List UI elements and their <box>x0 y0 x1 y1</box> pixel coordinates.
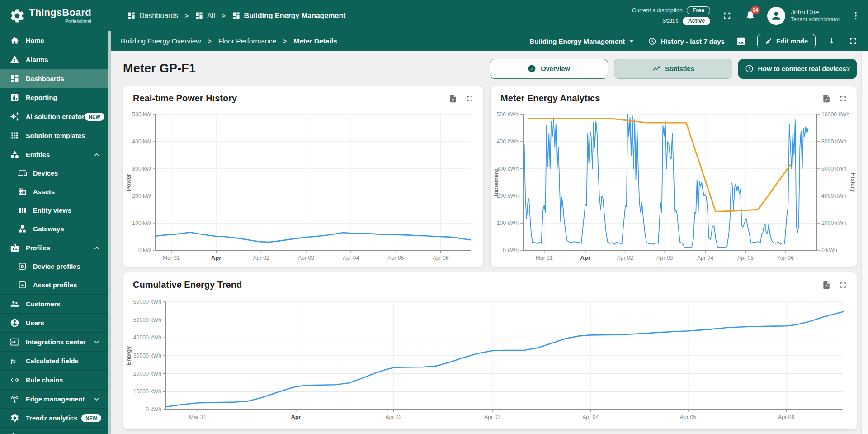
sidebar-item-calculated-fields[interactable]: fxCalculated fields <box>0 351 108 370</box>
brand-logo[interactable]: ThingsBoard Professional <box>0 0 111 31</box>
sidebar: ThingsBoard Professional HomeAlarmsDashb… <box>0 0 111 434</box>
expand-toolbar-icon[interactable] <box>848 36 858 46</box>
svg-text:A: A <box>21 283 24 287</box>
edit-mode-button[interactable]: Edit mode <box>757 34 816 48</box>
sidebar-item-devices[interactable]: Devices <box>0 164 108 182</box>
sidebar-item-users[interactable]: Users <box>0 313 108 332</box>
export-widget-icon[interactable] <box>448 94 458 103</box>
x-axis-tick-label: Apr 02 <box>385 414 401 420</box>
x-axis-tick-label: Apr 06 <box>778 414 794 420</box>
power-history-widget: Real-time Power History 500 kW400 kW300 … <box>123 86 483 267</box>
subscription-badge[interactable]: Free <box>687 6 710 14</box>
dashboard-breadcrumb-item[interactable]: Meter Details <box>293 37 337 45</box>
y-axis-tick-label: 400 kWh <box>496 138 519 145</box>
connect-devices-help-label: How to connect real devices? <box>758 65 850 72</box>
status-badge: Active <box>683 17 711 25</box>
apps-icon <box>10 131 19 140</box>
dashboard-breadcrumb-item[interactable]: Floor Performance <box>218 37 276 45</box>
sidebar-item-edge-management[interactable]: Edge management <box>0 389 108 408</box>
alarms-icon <box>10 55 19 64</box>
sidebar-item-solution-templates[interactable]: Solution templates <box>0 126 108 145</box>
dashboard-icon <box>127 11 136 20</box>
sidebar-item-label: Customers <box>26 300 61 308</box>
sidebar-item-entity-views[interactable]: Entity views <box>0 201 108 219</box>
sidebar-item-label: Integrations center <box>26 339 85 346</box>
export-widget-icon[interactable] <box>822 94 831 103</box>
sidebar-item-device-profiles[interactable]: DDevice profiles <box>0 257 108 276</box>
dashboard-breadcrumb-item[interactable]: Building Energy Overview <box>121 37 201 45</box>
y-axis-title: Power <box>126 174 132 191</box>
top-header: Dashboards>All>Building Energy Managemen… <box>111 0 868 31</box>
x-axis-tick-label: Apr <box>580 254 590 261</box>
overview-button[interactable]: Overview <box>490 59 608 79</box>
sidebar-item-home[interactable]: Home <box>0 31 108 50</box>
y-axis-tick-label: 100 kWh <box>496 220 519 226</box>
avatar[interactable] <box>767 7 785 25</box>
rule-chains-icon <box>10 375 19 385</box>
sidebar-item-customers[interactable]: Customers <box>0 294 108 313</box>
y-axis-tick-label: 500 kWh <box>496 111 519 118</box>
notifications-count-badge: 24 <box>751 6 760 14</box>
content-scrollbar[interactable] <box>861 51 868 434</box>
sidebar-item-integrations-center[interactable]: Integrations center <box>0 332 108 351</box>
x-axis-tick-label: Apr 02 <box>617 255 633 261</box>
chart-svg: 500 kWh10000 kWh400 kWh8000 kWh300 kWh60… <box>491 109 857 267</box>
fullscreen-icon[interactable] <box>722 10 732 21</box>
fx-icon: fx <box>10 356 19 366</box>
kebab-menu-icon[interactable] <box>851 11 861 21</box>
header-breadcrumb-item[interactable]: Building Energy Management <box>232 11 346 20</box>
time-window-button[interactable]: History - last 7 days <box>648 37 725 46</box>
expand-widget-icon[interactable] <box>839 94 848 103</box>
header-breadcrumb-item[interactable]: Dashboards <box>127 11 178 20</box>
y-axis-tick-label: 10000 kWh <box>133 388 161 395</box>
sidebar-item-rule-chains[interactable]: Rule chains <box>0 370 108 389</box>
breadcrumb-separator: > <box>184 12 189 19</box>
x-axis-tick-label: Apr 02 <box>253 255 269 261</box>
dashboard-state-value: Building Energy Management <box>529 38 625 45</box>
sidebar-item-dashboards[interactable]: Dashboards <box>0 69 108 88</box>
notifications-button[interactable]: 24 <box>745 10 755 22</box>
expand-widget-icon[interactable] <box>465 94 474 103</box>
x-axis-tick-label: Mar 31 <box>536 255 553 261</box>
sidebar-item-label: Alarms <box>26 56 48 63</box>
sidebar-item-advanced-features[interactable]: Advanced features <box>0 427 108 434</box>
x-axis-tick-label: Apr 05 <box>387 255 404 261</box>
y-axis-title: Increment <box>493 168 500 196</box>
statistics-button[interactable]: Statistics <box>614 59 732 79</box>
export-widget-icon[interactable] <box>822 281 831 290</box>
sidebar-item-assets[interactable]: Assets <box>0 182 108 201</box>
x-axis-tick-label: Apr 05 <box>737 255 754 261</box>
download-icon[interactable] <box>827 36 837 46</box>
sidebar-scrollbar[interactable] <box>108 31 111 434</box>
breadcrumb-label: Dashboards <box>139 12 178 20</box>
breadcrumb-label: All <box>207 12 215 20</box>
sidebar-item-ai-solution-creator[interactable]: AI solution creatorNEW <box>0 107 108 126</box>
connect-devices-help-button[interactable]: ? How to connect real devices? <box>738 59 857 79</box>
sidebar-item-trendz-analytics[interactable]: Trendz analyticsNEW <box>0 408 108 427</box>
dashboard-breadcrumb: Building Energy Overview>Floor Performan… <box>121 37 337 45</box>
sidebar-item-reporting[interactable]: Reporting <box>0 88 108 107</box>
header-breadcrumb-item[interactable]: All <box>195 11 215 20</box>
sidebar-item-profiles[interactable]: Profiles <box>0 238 108 257</box>
pencil-icon <box>765 38 772 45</box>
sidebar-item-alarms[interactable]: Alarms <box>0 50 108 69</box>
user-menu[interactable]: John Doe Tenant administrator <box>791 8 840 23</box>
sidebar-item-label: Reporting <box>26 94 57 101</box>
chart-svg: 60000 kWh50000 kWh40000 kWh30000 kWh2000… <box>123 295 857 429</box>
series-power <box>156 232 471 242</box>
image-gallery-icon[interactable] <box>736 36 746 46</box>
sidebar-item-gateways[interactable]: Gateways <box>0 219 108 238</box>
expand-widget-icon[interactable] <box>839 281 848 290</box>
x-axis-tick-label: Apr <box>211 254 221 261</box>
caret-down-icon <box>627 36 637 46</box>
trending-up-icon <box>652 64 660 73</box>
dashboard-state-select[interactable]: Building Energy Management <box>529 36 637 46</box>
sidebar-item-entities[interactable]: Entities <box>0 145 108 164</box>
breadcrumb-separator: > <box>222 12 226 19</box>
statistics-button-label: Statistics <box>665 65 694 72</box>
customers-icon <box>10 299 19 309</box>
cumulative-energy-chart: 60000 kWh50000 kWh40000 kWh30000 kWh2000… <box>123 295 857 429</box>
sidebar-item-asset-profiles[interactable]: AAsset profiles <box>0 276 108 294</box>
header-breadcrumb: Dashboards>All>Building Energy Managemen… <box>127 11 346 20</box>
entities-icon <box>10 150 19 159</box>
